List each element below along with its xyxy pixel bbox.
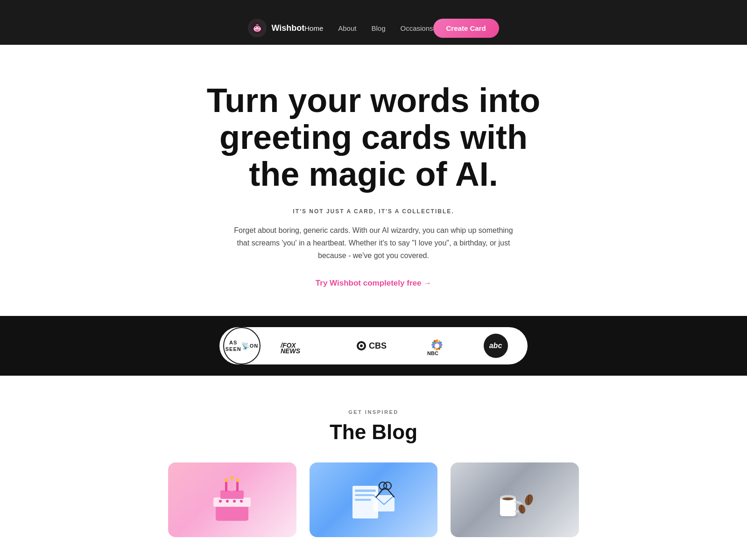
blog-card-1[interactable] (168, 462, 296, 537)
press-band: AS SEEN 📡 ON /FOX NEWS CBS (0, 316, 747, 376)
blog-cards-grid (168, 462, 579, 537)
abc-logo: abc (484, 334, 508, 358)
as-seen-on-badge: AS SEEN 📡 ON (223, 327, 261, 364)
svg-rect-36 (355, 499, 371, 501)
svg-rect-35 (355, 494, 374, 496)
nav-link-home[interactable]: Home (304, 24, 323, 32)
blog-card-3[interactable] (451, 462, 579, 537)
svg-rect-24 (231, 479, 233, 491)
svg-point-18 (435, 343, 439, 348)
svg-point-5 (259, 27, 260, 28)
cbs-logo: CBS (353, 337, 390, 354)
blog-card-image-2 (310, 462, 438, 537)
svg-point-27 (231, 476, 233, 480)
logo-icon (248, 19, 267, 37)
blog-eyebrow: GET INSPIRED (19, 409, 728, 415)
nav-link-occasions[interactable]: Occasions (401, 24, 433, 32)
nbc-logo: NBC (421, 336, 453, 356)
blog-card-image-3 (451, 462, 579, 537)
hero-cta-link[interactable]: Try Wishbot completely free → (316, 279, 431, 288)
nav-wrapper: Wishbot Home About Blog Occasions Create… (0, 0, 747, 45)
svg-point-45 (517, 504, 526, 515)
blog-section: GET INSPIRED The Blog (0, 376, 747, 556)
hero-description: Forget about boring, generic cards. With… (233, 224, 514, 262)
hero-heading: Turn your words into greeting cards with… (182, 82, 565, 193)
svg-rect-34 (355, 490, 376, 492)
logo[interactable]: Wishbot (248, 19, 304, 37)
nav-link-about[interactable]: About (338, 24, 356, 32)
svg-text:NBC: NBC (427, 350, 438, 356)
eye-icon: 📡 (241, 342, 250, 350)
svg-point-29 (219, 500, 222, 503)
svg-point-31 (233, 500, 236, 503)
fox-news-logo: /FOX NEWS (281, 337, 323, 354)
svg-point-43 (502, 497, 514, 500)
hero-subtitle: IT'S NOT JUST A CARD, IT'S A COLLECTIBLE… (182, 208, 565, 215)
press-inner: AS SEEN 📡 ON /FOX NEWS CBS (219, 327, 528, 364)
svg-point-10 (360, 344, 363, 347)
blog-card-image-1 (168, 462, 296, 537)
nav-links: Home About Blog Occasions (304, 24, 433, 32)
svg-text:CBS: CBS (369, 341, 387, 350)
blog-title: The Blog (19, 420, 728, 444)
create-card-button[interactable]: Create Card (433, 19, 499, 38)
svg-rect-23 (225, 481, 227, 491)
abc-logo-circle: abc (484, 334, 508, 358)
svg-point-28 (236, 478, 239, 482)
hero-section: Turn your words into greeting cards with… (163, 45, 584, 316)
blog-card-2[interactable] (310, 462, 438, 537)
svg-point-32 (240, 500, 243, 503)
svg-text:NEWS: NEWS (281, 347, 301, 354)
navbar: Wishbot Home About Blog Occasions Create… (229, 11, 517, 45)
svg-point-26 (225, 478, 228, 482)
svg-rect-22 (220, 490, 244, 499)
press-logos: /FOX NEWS CBS (264, 334, 524, 358)
svg-rect-25 (236, 481, 239, 491)
nav-link-blog[interactable]: Blog (371, 24, 385, 32)
logo-text: Wishbot (271, 23, 304, 33)
svg-point-4 (255, 27, 256, 28)
svg-point-30 (226, 500, 229, 503)
svg-rect-20 (216, 504, 248, 521)
svg-point-39 (379, 482, 387, 490)
